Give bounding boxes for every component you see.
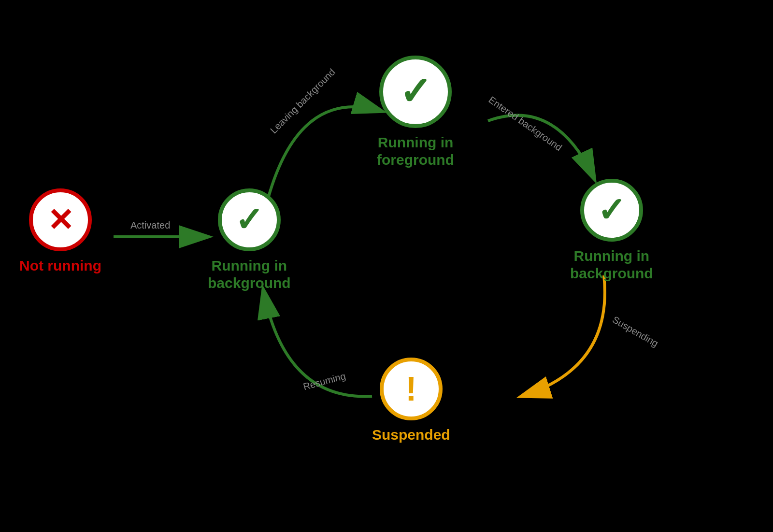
running-bg-right-circle: ✓ (580, 179, 643, 242)
running-bg-left-circle: ✓ (218, 188, 281, 251)
checkmark-icon-bg-left: ✓ (235, 203, 263, 237)
running-fg-circle: ✓ (379, 56, 452, 128)
entered-bg-label: Entered background (487, 94, 564, 153)
running-bg-left-label: Running inbackground (208, 257, 291, 292)
running-bg-right-label: Running inbackground (570, 247, 653, 282)
running-fg-label: Running inforeground (377, 134, 454, 169)
not-running-circle: ✕ (29, 188, 92, 251)
not-running-state: ✕ Not running (19, 188, 101, 274)
checkmark-icon-fg: ✓ (399, 72, 431, 111)
entered-bg-arrow (488, 115, 594, 179)
leaving-bg-label: Leaving background (268, 67, 338, 136)
running-fg-state: ✓ Running inforeground (377, 56, 454, 169)
suspended-label: Suspended (372, 426, 450, 444)
suspending-arrow (522, 275, 605, 396)
exclamation-icon: ! (405, 372, 416, 406)
resuming-label: Resuming (302, 371, 347, 393)
suspending-label: Suspending (611, 314, 660, 349)
activated-label: Activated (130, 220, 170, 231)
not-running-label: Not running (19, 257, 101, 274)
running-bg-right-state: ✓ Running inbackground (570, 179, 653, 282)
suspended-state: ! Suspended (372, 358, 450, 444)
app-lifecycle-diagram: ✕ Not running ✓ Running inbackground ✓ R… (0, 0, 773, 532)
running-bg-left-state: ✓ Running inbackground (208, 188, 291, 292)
suspended-circle: ! (380, 358, 443, 420)
checkmark-icon-bg-right: ✓ (597, 193, 626, 227)
cross-icon: ✕ (47, 204, 73, 236)
